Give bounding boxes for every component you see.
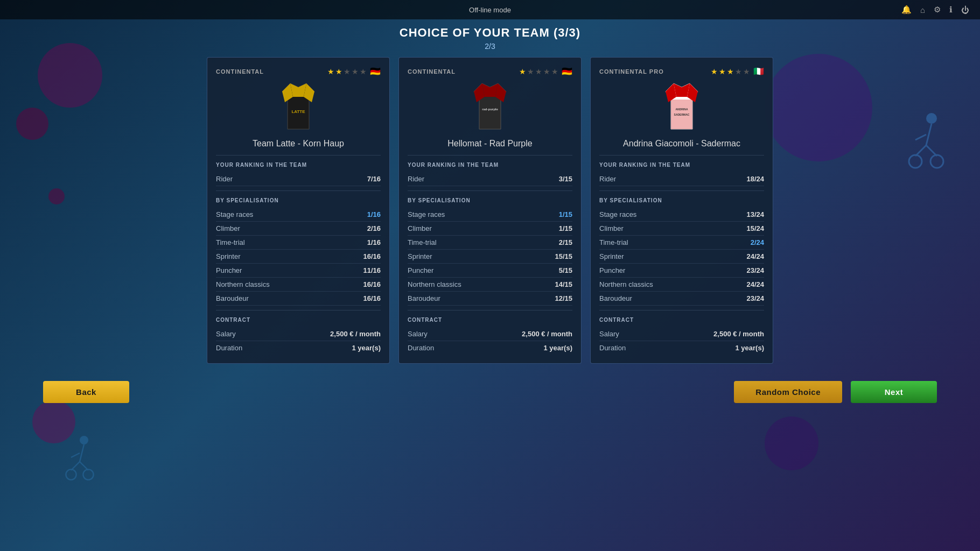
spec-row-6: Baroudeur 12/15 — [408, 292, 572, 306]
gear-icon[interactable]: ⚙ — [934, 5, 941, 15]
spec-value-5: 14/15 — [555, 280, 572, 288]
spec-label-0: Stage races — [408, 210, 445, 218]
card-header: CONTINENTAL PRO ★★★★★ 🇮🇹 — [599, 66, 764, 76]
rider-label: Rider — [216, 175, 233, 183]
divider-1 — [408, 155, 572, 156]
spec-value-0: 13/24 — [746, 210, 764, 218]
divider-3 — [599, 310, 764, 310]
team-card-3[interactable]: CONTINENTAL PRO ★★★★★ 🇮🇹 ANDRINA SADERMA… — [590, 57, 773, 364]
star-2: ★ — [335, 67, 342, 76]
rider-row: Rider 18/24 — [599, 172, 764, 186]
contract-value-0: 2,500 € / month — [713, 330, 764, 338]
card-header: CONTINENTAL ★★★★★ 🇩🇪 — [408, 66, 572, 76]
spec-row-0: Stage races 1/15 — [408, 208, 572, 222]
spec-row-4: Puncher 11/16 — [216, 264, 381, 278]
spec-row-5: Northern classics 16/16 — [216, 278, 381, 292]
team-card-2[interactable]: CONTINENTAL ★★★★★ 🇩🇪 rad-purple Hellomat… — [398, 57, 582, 364]
rider-value: 3/15 — [559, 175, 572, 183]
ranking-section-title: YOUR RANKING IN THE TEAM — [216, 162, 381, 168]
spec-label-2: Time-trial — [408, 238, 437, 246]
contract-row-1: Duration 1 year(s) — [216, 341, 381, 355]
spec-label-1: Climber — [408, 224, 432, 232]
contract-row-1: Duration 1 year(s) — [599, 341, 764, 355]
page-title: CHOICE OF YOUR TEAM (3/3) — [0, 26, 980, 40]
card-level: CONTINENTAL — [216, 68, 264, 75]
spec-label-0: Stage races — [216, 210, 253, 218]
rider-label: Rider — [408, 175, 424, 183]
spec-row-3: Sprinter 16/16 — [216, 250, 381, 264]
star-2: ★ — [719, 67, 726, 76]
star-3: ★ — [344, 67, 351, 76]
spec-row-1: Climber 1/15 — [408, 222, 572, 236]
contract-label-1: Duration — [216, 344, 242, 352]
spec-row-6: Baroudeur 23/24 — [599, 292, 764, 306]
spec-value-1: 1/15 — [559, 224, 572, 232]
bell-icon[interactable]: 🔔 — [901, 5, 912, 15]
spec-value-4: 5/15 — [559, 266, 572, 274]
divider-2 — [599, 190, 764, 191]
rider-value: 7/16 — [367, 175, 381, 183]
svg-text:LATTE: LATTE — [291, 109, 305, 114]
spec-value-3: 16/16 — [363, 252, 381, 260]
spec-value-0: 1/16 — [367, 210, 381, 218]
spec-value-6: 12/15 — [555, 294, 572, 302]
rider-value: 18/24 — [746, 175, 764, 183]
spec-label-2: Time-trial — [216, 238, 245, 246]
card-rating: ★★★★★ 🇩🇪 — [327, 66, 381, 76]
contract-row-0: Salary 2,500 € / month — [599, 327, 764, 341]
team-card-1[interactable]: CONTINENTAL ★★★★★ 🇩🇪 LATTE Team Latte - … — [207, 57, 390, 364]
spec-section-title: BY SPECIALISATION — [408, 197, 572, 203]
spec-value-1: 15/24 — [746, 224, 764, 232]
spec-row-3: Sprinter 15/15 — [408, 250, 572, 264]
card-stars: ★★★★★ — [327, 67, 367, 76]
card-team-name: Andrina Giacomoli - Sadermac — [599, 139, 764, 149]
spec-label-4: Puncher — [599, 266, 625, 274]
spec-value-5: 24/24 — [746, 280, 764, 288]
spec-row-1: Climber 15/24 — [599, 222, 764, 236]
power-icon[interactable]: ⏻ — [961, 5, 969, 15]
contract-row-1: Duration 1 year(s) — [408, 341, 572, 355]
spec-row-0: Stage races 13/24 — [599, 208, 764, 222]
page-indicator: 2/3 — [0, 42, 980, 51]
card-flag: 🇮🇹 — [753, 66, 764, 76]
star-3: ★ — [727, 67, 734, 76]
svg-line-13 — [71, 453, 80, 457]
spec-value-6: 23/24 — [746, 294, 764, 302]
spec-label-4: Puncher — [216, 266, 242, 274]
next-button[interactable]: Next — [851, 381, 937, 403]
contract-label-0: Salary — [216, 330, 236, 338]
back-button[interactable]: Back — [43, 381, 129, 403]
divider-3 — [408, 310, 572, 310]
cards-container: CONTINENTAL ★★★★★ 🇩🇪 LATTE Team Latte - … — [0, 53, 980, 368]
contract-label-1: Duration — [599, 344, 626, 352]
contract-value-0: 2,500 € / month — [330, 330, 381, 338]
top-bar-icons: 🔔 ⌂ ⚙ ℹ ⏻ — [901, 5, 969, 15]
spec-row-0: Stage races 1/16 — [216, 208, 381, 222]
spec-value-3: 24/24 — [746, 252, 764, 260]
spec-label-3: Sprinter — [216, 252, 241, 260]
divider-2 — [216, 190, 381, 191]
spec-value-0: 1/15 — [559, 210, 572, 218]
spec-row-1: Climber 2/16 — [216, 222, 381, 236]
card-header: CONTINENTAL ★★★★★ 🇩🇪 — [216, 66, 381, 76]
spec-value-2: 2/24 — [751, 238, 764, 246]
star-4: ★ — [735, 67, 742, 76]
divider-1 — [216, 155, 381, 156]
spec-row-6: Baroudeur 16/16 — [216, 292, 381, 306]
star-5: ★ — [360, 67, 367, 76]
contract-section-title: CONTRACT — [408, 317, 572, 323]
card-stars: ★★★★★ — [711, 67, 750, 76]
right-buttons: Random Choice Next — [734, 381, 937, 403]
contract-label-1: Duration — [408, 344, 434, 352]
info-icon[interactable]: ℹ — [949, 5, 953, 15]
spec-label-5: Northern classics — [216, 280, 270, 288]
spec-value-2: 1/16 — [367, 238, 381, 246]
rider-label: Rider — [599, 175, 616, 183]
spec-row-5: Northern classics 24/24 — [599, 278, 764, 292]
spec-value-4: 23/24 — [746, 266, 764, 274]
random-choice-button[interactable]: Random Choice — [734, 381, 842, 403]
spec-label-4: Puncher — [408, 266, 433, 274]
home-icon[interactable]: ⌂ — [920, 5, 925, 15]
rider-row: Rider 7/16 — [216, 172, 381, 186]
star-4: ★ — [352, 67, 359, 76]
